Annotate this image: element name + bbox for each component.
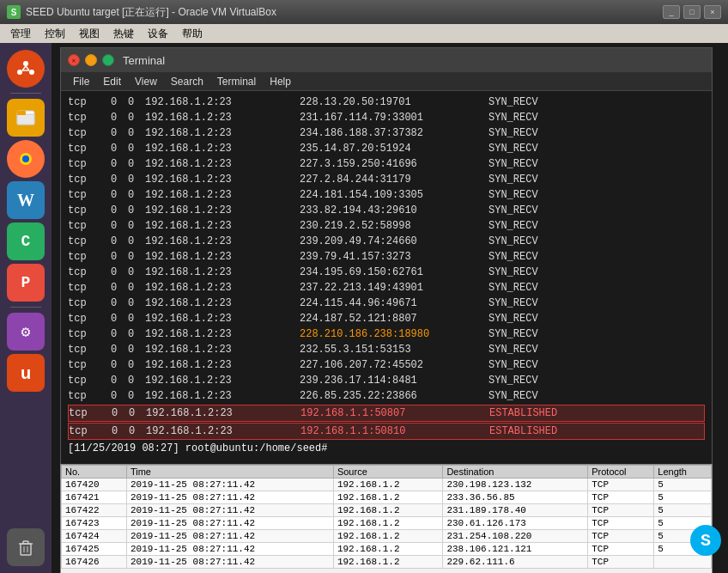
launcher-trash-icon[interactable] — [7, 528, 45, 566]
terminal-body[interactable]: tcp00192.168.1.2:23228.13.20.50:19701SYN… — [61, 91, 712, 467]
term-r2: 0 — [128, 156, 145, 172]
launcher-impress-icon[interactable]: P — [7, 264, 45, 302]
term-r1: 0 — [111, 156, 128, 172]
vbox-win-controls: _ □ × — [663, 5, 721, 19]
terminal-titlebar: ✕ Terminal — [61, 48, 712, 72]
wireshark-col-len: Length — [654, 466, 712, 479]
vbox-titlebar: S SEED Ubuntu target [正在运行] - Oracle VM … — [0, 0, 728, 24]
launcher-ubuntu-icon[interactable] — [7, 50, 45, 88]
term-remote: 239.79.41.157:3273 — [300, 249, 488, 265]
vbox-minimize-btn[interactable]: _ — [663, 5, 680, 19]
terminal-row: tcp00192.168.1.2:23234.195.69.150:62761S… — [68, 265, 705, 280]
term-proto: tcp — [68, 125, 111, 141]
launcher-calc-icon[interactable]: C — [7, 222, 45, 260]
terminal-menu-edit[interactable]: Edit — [96, 72, 128, 91]
wireshark-row[interactable]: 1674262019-11-25 08:27:11.42192.168.1.22… — [62, 556, 712, 569]
term-r2: 0 — [129, 405, 146, 421]
term-remote: 224.187.52.121:8807 — [300, 311, 488, 326]
svg-rect-9 — [17, 111, 26, 115]
term-state: SYN_RECV — [488, 326, 538, 342]
wireshark-row[interactable]: 1674222019-11-25 08:27:11.42192.168.1.22… — [62, 504, 712, 517]
vbox-maximize-btn[interactable]: □ — [683, 5, 701, 19]
term-r2: 0 — [128, 311, 145, 326]
terminal-menu-search[interactable]: Search — [164, 72, 210, 91]
svg-point-2 — [29, 70, 34, 75]
terminal-maximize-btn[interactable] — [102, 54, 114, 66]
vbox-menu-control[interactable]: 控制 — [38, 24, 72, 43]
terminal-row: tcp00192.168.1.2:23228.13.20.50:19701SYN… — [68, 94, 705, 110]
ws-src: 192.168.1.2 — [333, 530, 443, 543]
terminal-row: tcp00192.168.1.2:23237.22.213.149:43901S… — [68, 280, 705, 296]
term-local: 192.168.1.2:23 — [145, 280, 300, 296]
launcher-divider-1 — [10, 93, 41, 94]
svg-point-1 — [23, 61, 28, 66]
term-proto: tcp — [68, 172, 111, 187]
term-state: SYN_RECV — [488, 203, 538, 218]
launcher-system-icon[interactable]: ⚙ — [7, 313, 45, 351]
term-proto: tcp — [68, 218, 111, 234]
term-r1: 0 — [111, 234, 128, 249]
term-state: SYN_RECV — [488, 94, 538, 110]
term-proto: tcp — [68, 357, 111, 373]
term-proto: tcp — [68, 94, 111, 110]
term-local: 192.168.1.2:23 — [145, 156, 300, 172]
term-local: 192.168.1.2:23 — [145, 203, 300, 218]
vbox-close-btn[interactable]: × — [704, 5, 721, 19]
term-local: 192.168.1.2:23 — [145, 141, 300, 156]
wireshark-panel: No. Time Source Destination Protocol Len… — [60, 464, 713, 573]
term-r1: 0 — [111, 373, 128, 388]
ws-src: 192.168.1.2 — [333, 556, 443, 569]
term-state: SYN_RECV — [488, 187, 538, 203]
term-r1: 0 — [111, 94, 128, 110]
term-proto: tcp — [68, 311, 111, 326]
term-local: 192.168.1.2:23 — [145, 296, 300, 311]
launcher-writer-icon[interactable]: W — [7, 181, 45, 219]
ws-no: 167426 — [62, 556, 127, 569]
term-state: ESTABLISHED — [489, 424, 557, 439]
wireshark-row[interactable]: 1674252019-11-25 08:27:11.42192.168.1.22… — [62, 543, 712, 556]
term-r2: 0 — [128, 326, 145, 342]
terminal-menu-terminal[interactable]: Terminal — [210, 72, 263, 91]
vbox-menu-hotkey[interactable]: 热键 — [106, 24, 141, 43]
wireshark-row[interactable]: 1674232019-11-25 08:27:11.42192.168.1.22… — [62, 517, 712, 530]
terminal-menu-help[interactable]: Help — [263, 72, 298, 91]
term-remote: 227.106.207.72:45502 — [300, 357, 488, 373]
ws-time: 2019-11-25 08:27:11.42 — [126, 517, 333, 530]
skype-icon[interactable]: S — [690, 525, 721, 556]
term-proto: tcp — [68, 203, 111, 218]
terminal-menu-file[interactable]: File — [66, 72, 96, 91]
wireshark-row[interactable]: 1674202019-11-25 08:27:11.42192.168.1.22… — [62, 479, 712, 491]
launcher-ubuntuone-icon[interactable]: u — [7, 354, 45, 392]
vbox-menu-help[interactable]: 帮助 — [175, 24, 209, 43]
vbox-menu-view[interactable]: 视图 — [72, 24, 106, 43]
terminal-menu-view[interactable]: View — [128, 72, 164, 91]
term-remote: 234.186.188.37:37382 — [300, 125, 488, 141]
terminal-row: tcp00192.168.1.2:23226.85.235.22:23866SY… — [68, 388, 705, 404]
launcher-files-icon[interactable] — [7, 99, 45, 137]
launcher-firefox-icon[interactable] — [7, 140, 45, 178]
ws-src: 192.168.1.2 — [333, 517, 443, 530]
terminal-minimize-btn[interactable] — [85, 54, 97, 66]
term-remote: 228.13.20.50:19701 — [300, 94, 488, 110]
term-local: 192.168.1.2:23 — [145, 187, 300, 203]
wireshark-row[interactable]: 1674242019-11-25 08:27:11.42192.168.1.22… — [62, 530, 712, 543]
vbox-menu-manage[interactable]: 管理 — [3, 24, 38, 43]
terminal-prompt[interactable]: [11/25/2019 08:27] root@ubuntu:/home/see… — [68, 441, 705, 456]
wireshark-col-src: Source — [333, 466, 443, 479]
terminal-row: tcp00192.168.1.2:23227.106.207.72:45502S… — [68, 357, 705, 373]
ws-time: 2019-11-25 08:27:11.42 — [126, 530, 333, 543]
vbox-menu-device[interactable]: 设备 — [141, 24, 175, 43]
svg-rect-13 — [21, 544, 31, 555]
term-local: 192.168.1.2:23 — [145, 388, 300, 404]
terminal-window: ✕ Terminal File Edit View Search Termina… — [60, 47, 713, 468]
term-r2: 0 — [128, 125, 145, 141]
term-state: SYN_RECV — [488, 156, 538, 172]
wireshark-row[interactable]: 1674212019-11-25 08:27:11.42192.168.1.22… — [62, 491, 712, 504]
ws-proto: TCP — [588, 504, 654, 517]
term-state: SYN_RECV — [488, 265, 538, 280]
term-r1: 0 — [111, 203, 128, 218]
terminal-close-btn[interactable]: ✕ — [68, 54, 80, 66]
term-r1: 0 — [111, 172, 128, 187]
ws-proto: TCP — [588, 491, 654, 504]
terminal-row: tcp00192.168.1.2:23192.168.1.1:50807ESTA… — [68, 405, 705, 422]
